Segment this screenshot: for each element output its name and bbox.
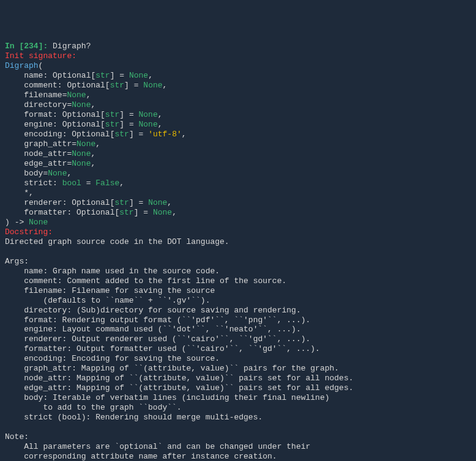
docstring-body: Directed graph source code in the DOT la…	[5, 237, 354, 461]
param-line: directory=None,	[5, 100, 95, 109]
param-line: name: Optional[str] = None,	[5, 71, 153, 80]
param-line: *,	[5, 188, 34, 197]
ipython-output: In [234]: Digraph? Init signature: Digra…	[5, 42, 471, 461]
query-text: Digraph?	[53, 42, 91, 51]
param-line: format: Optional[str] = None,	[5, 110, 163, 119]
param-line: renderer: Optional[str] = None,	[5, 198, 172, 207]
init-signature-label: Init signature:	[5, 51, 76, 61]
param-line: node_attr=None,	[5, 149, 95, 158]
class-name: Digraph	[5, 61, 39, 70]
docstring-label: Docstring:	[5, 227, 53, 237]
param-line: engine: Optional[str] = None,	[5, 120, 163, 129]
prompt-number: 234	[24, 42, 38, 51]
prompt-close: ]:	[39, 42, 53, 51]
param-line: strict: bool = False,	[5, 179, 124, 188]
param-line: filename=None,	[5, 90, 91, 100]
prompt-in-label: In [	[5, 42, 24, 51]
param-line: formatter: Optional[str] = None,	[5, 208, 177, 217]
param-line: encoding: Optional[str] = 'utf-8',	[5, 130, 187, 139]
param-line: graph_attr=None,	[5, 139, 100, 149]
param-line: comment: Optional[str] = None,	[5, 81, 167, 90]
param-line: edge_attr=None,	[5, 159, 95, 168]
param-line: body=None,	[5, 169, 72, 178]
